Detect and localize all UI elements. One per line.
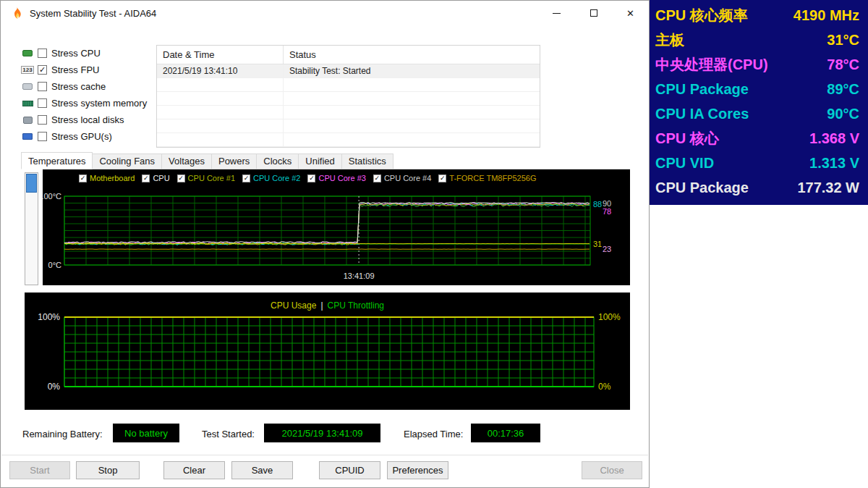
- legend-t-force-tm8fp5256g[interactable]: ✓T-FORCE TM8FP5256G: [438, 174, 536, 182]
- log-table-empty-row: [157, 92, 540, 106]
- tab-unified[interactable]: Unified: [298, 153, 341, 169]
- svg-text:13:41:09: 13:41:09: [344, 272, 375, 280]
- maximize-button[interactable]: [575, 1, 612, 25]
- osd-row-cpu-package-7: CPU Package177.32 W: [655, 175, 859, 200]
- osd-row-cpu-0: CPU 核心频率4190 MHz: [655, 3, 859, 28]
- legend-cpu-core-2[interactable]: ✓CPU Core #2: [242, 174, 300, 182]
- stress-option-label: Stress system memory: [51, 98, 147, 109]
- svg-text:0°C: 0°C: [48, 261, 62, 269]
- memory-icon: [22, 101, 33, 106]
- legend-checkbox[interactable]: ✓: [307, 174, 315, 182]
- usage-title-part: CPU Usage: [271, 300, 316, 311]
- stress-icon-slot: [21, 82, 34, 91]
- log-cell-empty: [157, 92, 284, 105]
- chart-zoom-slider[interactable]: [25, 172, 38, 285]
- column-header-status: Status: [284, 49, 540, 60]
- stress-option-stress-cpu[interactable]: Stress CPU: [21, 45, 147, 62]
- legend-checkbox[interactable]: ✓: [242, 174, 250, 182]
- legend-label: CPU Core #2: [253, 174, 300, 182]
- temperature-legend: ✓Motherboard✓CPU✓CPU Core #1✓CPU Core #2…: [79, 174, 537, 182]
- stability-test-window: System Stability Test - AIDA64 ✕ Stress …: [0, 0, 650, 488]
- log-table-empty-row: [157, 133, 540, 147]
- stop-button[interactable]: Stop: [76, 461, 140, 479]
- legend-cpu-core-1[interactable]: ✓CPU Core #1: [177, 174, 235, 182]
- cpuid-button[interactable]: CPUID: [319, 461, 380, 479]
- osd-label: 中央处理器(CPU): [655, 55, 768, 75]
- legend-checkbox[interactable]: ✓: [142, 174, 150, 182]
- svg-text:0%: 0%: [598, 382, 611, 392]
- elapsed-time-value: 00:17:36: [471, 424, 540, 442]
- minimize-button[interactable]: [538, 1, 575, 25]
- close-icon: ✕: [626, 9, 634, 18]
- osd-sensor-panel: CPU 核心频率4190 MHz主板31°C中央处理器(CPU)78°CCPU …: [650, 0, 868, 205]
- disk-icon: [23, 117, 33, 124]
- legend-checkbox[interactable]: ✓: [79, 174, 87, 182]
- stress-icon-slot: [21, 132, 34, 141]
- slider-thumb[interactable]: [26, 174, 37, 193]
- close-button: Close: [582, 461, 642, 479]
- svg-text:100%: 100%: [598, 312, 621, 322]
- temperature-chart: ✓Motherboard✓CPU✓CPU Core #1✓CPU Core #2…: [43, 169, 630, 285]
- checkbox-stress-gpu-s[interactable]: [38, 132, 47, 141]
- tab-voltages[interactable]: Voltages: [161, 153, 212, 169]
- stress-icon-slot: [21, 98, 34, 108]
- checkbox-stress-fpu[interactable]: ✓: [38, 65, 47, 75]
- log-cell-datetime: 2021/5/19 13:41:10: [157, 64, 284, 77]
- close-window-button[interactable]: ✕: [612, 1, 649, 25]
- window-title: System Stability Test - AIDA64: [30, 8, 156, 19]
- svg-text:88: 88: [593, 200, 602, 209]
- tab-temperatures[interactable]: Temperatures: [21, 152, 93, 169]
- legend-checkbox[interactable]: ✓: [373, 174, 381, 182]
- osd-label: CPU 核心: [655, 129, 719, 148]
- stress-option-stress-local-disks[interactable]: Stress local disks: [21, 112, 147, 128]
- svg-text:23: 23: [603, 245, 611, 253]
- stress-option-label: Stress CPU: [51, 48, 101, 59]
- log-table-row[interactable]: 2021/5/19 13:41:10Stability Test: Starte…: [157, 64, 540, 78]
- stress-option-stress-gpu-s[interactable]: Stress GPU(s): [21, 128, 147, 145]
- legend-label: Motherboard: [90, 174, 135, 182]
- preferences-button[interactable]: Preferences: [387, 461, 448, 479]
- log-table-empty-row: [157, 78, 540, 92]
- usage-title-part: |: [320, 300, 323, 311]
- osd-row-cpu-2: 中央处理器(CPU)78°C: [655, 52, 859, 77]
- save-button[interactable]: Save: [231, 461, 293, 479]
- legend-cpu-core-3[interactable]: ✓CPU Core #3: [307, 174, 365, 182]
- svg-text:0%: 0%: [48, 382, 61, 392]
- legend-label: CPU Core #3: [318, 174, 365, 182]
- tab-powers[interactable]: Powers: [211, 153, 257, 169]
- log-cell-empty: [157, 78, 284, 91]
- tab-clocks[interactable]: Clocks: [256, 153, 299, 169]
- osd-label: 主板: [655, 30, 684, 50]
- event-log-table: Date & TimeStatus2021/5/19 13:41:10Stabi…: [156, 45, 540, 148]
- legend-cpu-core-4[interactable]: ✓CPU Core #4: [373, 174, 431, 182]
- svg-text:100%: 100%: [38, 312, 60, 322]
- checkbox-stress-system-memory[interactable]: [38, 98, 47, 108]
- cpu-usage-chart: CPU Usage|CPU Throttling 100%0%100%0%: [25, 293, 630, 410]
- legend-checkbox[interactable]: ✓: [438, 174, 446, 182]
- button-separator: [1, 455, 648, 455]
- checkbox-stress-local-disks[interactable]: [38, 115, 47, 125]
- legend-cpu[interactable]: ✓CPU: [142, 174, 169, 182]
- temperature-plot: 100°C0°C13:41:098890783123: [43, 169, 630, 285]
- clear-button[interactable]: Clear: [163, 461, 225, 479]
- stress-option-stress-cache[interactable]: Stress cache: [21, 78, 147, 95]
- legend-motherboard[interactable]: ✓Motherboard: [79, 174, 135, 182]
- checkbox-stress-cache[interactable]: [38, 82, 47, 91]
- osd-label: CPU Package: [655, 81, 749, 98]
- osd-row--1: 主板31°C: [655, 28, 859, 52]
- stress-option-stress-fpu[interactable]: 123✓Stress FPU: [21, 62, 147, 78]
- tab-cooling-fans[interactable]: Cooling Fans: [92, 153, 162, 169]
- legend-checkbox[interactable]: ✓: [177, 174, 185, 182]
- stress-icon-slot: [21, 115, 34, 125]
- svg-text:90: 90: [603, 199, 611, 208]
- log-table-empty-row: [157, 106, 540, 119]
- stress-icon-slot: [21, 49, 34, 58]
- cache-icon: [22, 83, 33, 90]
- osd-value: 1.313 V: [809, 155, 859, 172]
- svg-text:31: 31: [593, 240, 602, 248]
- stress-option-stress-system-memory[interactable]: Stress system memory: [21, 95, 147, 112]
- checkbox-stress-cpu[interactable]: [38, 49, 47, 58]
- tab-statistics[interactable]: Statistics: [341, 153, 393, 169]
- osd-value: 90°C: [827, 106, 859, 122]
- legend-label: CPU Core #4: [384, 174, 431, 182]
